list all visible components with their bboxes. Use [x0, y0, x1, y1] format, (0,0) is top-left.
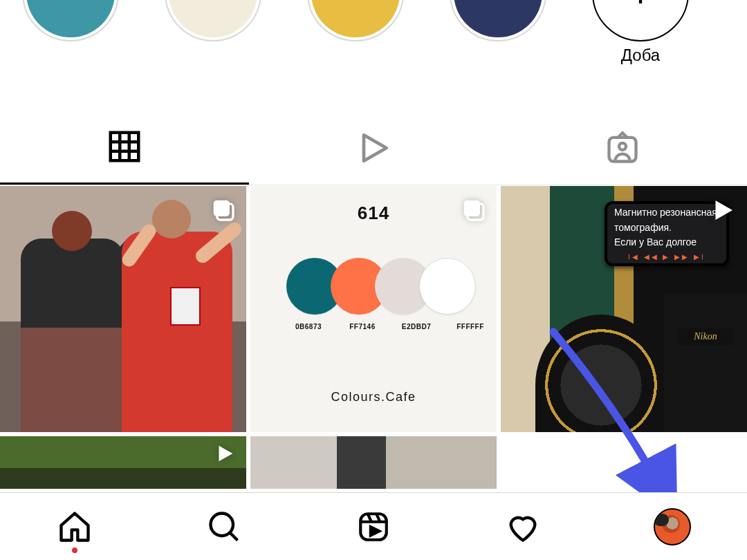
svg-marker-20	[371, 527, 380, 536]
nav-search[interactable]	[149, 493, 299, 560]
posts-grid: 614 0B6873 FF7146 E2DBD7 FFFFFF Colours.…	[0, 186, 747, 489]
post-thumbnail[interactable]: 614 0B6873 FF7146 E2DBD7 FFFFFF Colours.…	[250, 186, 497, 432]
post-thumbnail[interactable]	[0, 436, 246, 489]
nav-profile[interactable]	[598, 493, 747, 560]
bottom-nav	[0, 492, 747, 560]
svg-point-14	[211, 513, 234, 536]
post-thumbnail[interactable]	[250, 436, 497, 489]
post-thumbnail[interactable]	[501, 436, 747, 489]
svg-marker-12	[716, 200, 733, 220]
tab-reels[interactable]	[249, 111, 498, 185]
add-highlight-label: Доба	[621, 46, 660, 65]
story-highlights-row: + Доба	[0, 0, 747, 83]
camera-brand: Nikon	[678, 328, 733, 345]
search-icon	[206, 509, 242, 545]
carousel-icon	[459, 196, 487, 226]
nav-reels[interactable]	[299, 493, 448, 560]
tab-grid[interactable]	[0, 111, 249, 185]
carousel-icon	[209, 196, 237, 226]
heart-icon	[505, 509, 541, 545]
palette-swatches	[286, 258, 476, 315]
tagged-icon	[605, 130, 640, 166]
grid-icon	[106, 128, 143, 165]
svg-marker-5	[364, 135, 387, 160]
profile-avatar	[654, 508, 691, 545]
highlight-item[interactable]	[307, 0, 404, 83]
tab-tagged[interactable]	[498, 111, 747, 185]
svg-marker-13	[219, 446, 233, 462]
post-thumbnail[interactable]: Магнитно резонансная томография. Если у …	[501, 186, 747, 432]
highlight-item[interactable]	[450, 0, 546, 83]
reels-icon	[356, 510, 391, 544]
play-outline-icon	[354, 129, 393, 167]
nav-home[interactable]	[0, 493, 149, 560]
profile-content-tabs	[0, 111, 747, 185]
video-icon	[213, 442, 237, 468]
home-icon	[57, 509, 93, 545]
svg-line-15	[230, 532, 238, 540]
highlight-item[interactable]	[22, 0, 119, 83]
notification-dot	[72, 548, 77, 553]
highlight-item[interactable]	[165, 0, 261, 83]
add-highlight[interactable]: + Доба	[592, 0, 689, 83]
post-thumbnail[interactable]	[0, 186, 246, 432]
video-icon	[708, 196, 737, 227]
svg-rect-0	[111, 133, 139, 161]
svg-point-7	[619, 142, 626, 149]
nav-activity[interactable]	[448, 493, 598, 560]
palette-hex-labels: 0B6873 FF7146 E2DBD7 FFFFFF	[286, 323, 492, 330]
palette-brand: Colours.Cafe	[250, 390, 497, 404]
